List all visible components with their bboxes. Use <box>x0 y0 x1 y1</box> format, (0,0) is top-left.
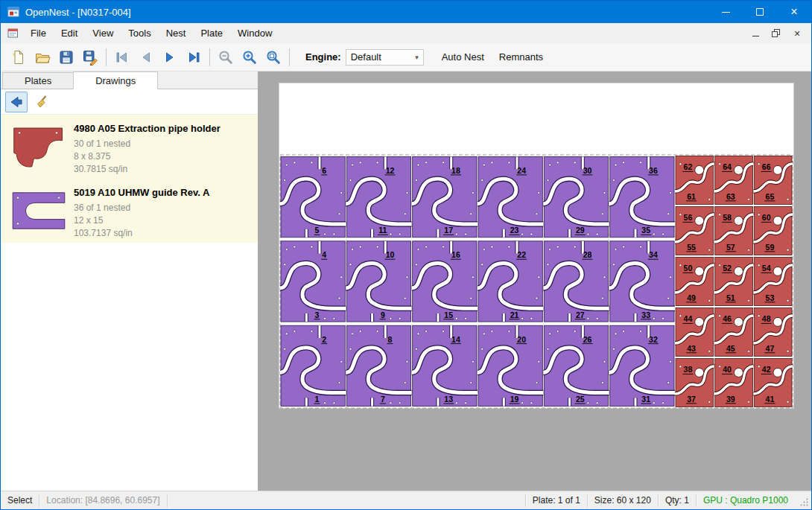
engine-select[interactable]: Default ▾ <box>346 49 424 66</box>
svg-text:57: 57 <box>726 243 735 252</box>
svg-text:41: 41 <box>766 395 775 404</box>
last-arrow-icon <box>185 49 202 66</box>
zoom-in-button[interactable] <box>238 46 261 68</box>
status-qty: Qty: 1 <box>659 495 696 506</box>
status-gpu: GPU : Quadro P1000 <box>697 495 795 506</box>
window-title: OpenNest - [N0317-004] <box>25 7 131 18</box>
tool-bar: Engine: Default ▾ Auto Nest Remnants <box>1 43 811 71</box>
svg-text:45: 45 <box>726 344 735 353</box>
menu-edit[interactable]: Edit <box>54 23 85 43</box>
svg-text:62: 62 <box>684 162 693 171</box>
part-nested-count: 36 of 1 nested <box>74 202 209 214</box>
app-icon <box>7 6 19 18</box>
title-bar[interactable]: OpenNest - [N0317-004] × <box>1 1 811 23</box>
svg-text:6: 6 <box>322 166 326 175</box>
part-area: 103.7137 sq/in <box>74 227 209 240</box>
svg-text:1: 1 <box>315 395 320 404</box>
blue-arrow-left-icon <box>8 94 25 110</box>
menu-plate[interactable]: Plate <box>193 23 230 43</box>
close-button[interactable]: × <box>777 1 811 23</box>
minimize-button[interactable] <box>708 1 743 23</box>
svg-text:35: 35 <box>641 226 650 235</box>
svg-text:33: 33 <box>641 310 650 319</box>
tab-plates[interactable]: Plates <box>2 72 74 89</box>
svg-text:8: 8 <box>388 335 393 344</box>
svg-text:4: 4 <box>322 250 326 259</box>
mdi-close-button[interactable]: × <box>789 26 805 41</box>
svg-text:60: 60 <box>762 213 771 222</box>
minimize-icon <box>722 12 730 13</box>
svg-text:44: 44 <box>684 314 693 323</box>
document-icon <box>7 28 19 39</box>
zoom-out-icon <box>218 49 234 66</box>
app-window: OpenNest - [N0317-004] × File Edit View … <box>0 0 812 510</box>
maximize-button[interactable] <box>743 1 777 23</box>
svg-text:11: 11 <box>378 226 387 235</box>
part-nested-count: 30 of 1 nested <box>74 138 221 150</box>
resize-grip[interactable] <box>799 497 809 507</box>
svg-text:61: 61 <box>687 192 696 201</box>
svg-text:14: 14 <box>451 335 460 344</box>
menu-file[interactable]: File <box>23 23 54 43</box>
sidebar-empty-area <box>1 243 258 491</box>
svg-text:9: 9 <box>381 310 385 319</box>
remnants-button[interactable]: Remnants <box>492 47 551 68</box>
svg-text:31: 31 <box>641 395 650 404</box>
auto-nest-button[interactable]: Auto Nest <box>434 47 492 68</box>
save-icon <box>58 49 74 66</box>
menu-window[interactable]: Window <box>230 23 279 43</box>
mdi-minimize-button[interactable] <box>747 26 764 41</box>
menu-view[interactable]: View <box>85 23 121 43</box>
zoom-fit-button[interactable] <box>261 46 285 68</box>
menu-tools[interactable]: Tools <box>121 23 158 43</box>
svg-text:63: 63 <box>726 192 735 201</box>
svg-text:38: 38 <box>684 365 693 374</box>
drawings-list: 4980 A05 Extraction pipe holder 30 of 1 … <box>1 115 258 243</box>
last-plate-button[interactable] <box>182 46 206 68</box>
menu-nest[interactable]: Nest <box>159 23 194 43</box>
svg-text:29: 29 <box>576 226 585 235</box>
status-location: Location: [84.8696, 60.6957] <box>39 495 166 506</box>
save-as-button[interactable] <box>78 46 102 68</box>
svg-text:48: 48 <box>762 314 771 323</box>
part-title: 4980 A05 Extraction pipe holder <box>74 123 221 134</box>
new-button[interactable] <box>7 46 31 68</box>
svg-text:23: 23 <box>510 226 519 235</box>
status-bar: Select Location: [84.8696, 60.6957] Plat… <box>1 491 811 509</box>
svg-text:43: 43 <box>687 344 696 353</box>
plate-sheet[interactable]: 6512111817242330293635431091615222128273… <box>279 83 794 409</box>
mdi-restore-button[interactable] <box>768 26 784 41</box>
svg-text:50: 50 <box>684 264 693 272</box>
sidebar-toolbar <box>1 89 258 115</box>
svg-text:10: 10 <box>386 250 395 259</box>
zoom-in-icon <box>241 49 258 66</box>
zoom-out-button[interactable] <box>214 46 238 68</box>
first-plate-button[interactable] <box>110 46 134 68</box>
nest-canvas[interactable]: 6512111817242330293635431091615222128273… <box>258 71 811 491</box>
toolbar-separator <box>209 48 210 66</box>
previous-arrow-icon <box>138 49 154 66</box>
svg-text:34: 34 <box>649 250 658 259</box>
list-item[interactable]: 4980 A05 Extraction pipe holder 30 of 1 … <box>1 115 258 179</box>
tab-drawings[interactable]: Drawings <box>73 71 158 89</box>
svg-text:36: 36 <box>649 166 658 175</box>
svg-text:59: 59 <box>766 243 775 252</box>
previous-plate-button[interactable] <box>134 46 158 68</box>
part-size: 12 x 15 <box>74 214 209 227</box>
part-title: 5019 A10 UHMW guide Rev. A <box>74 187 209 198</box>
next-plate-button[interactable] <box>158 46 182 68</box>
send-to-plates-button[interactable] <box>5 92 28 112</box>
open-button[interactable] <box>31 46 54 68</box>
broom-icon <box>35 94 51 110</box>
svg-text:7: 7 <box>381 395 385 404</box>
list-item[interactable]: 5019 A10 UHMW guide Rev. A 36 of 1 neste… <box>1 179 258 243</box>
engine-label: Engine: <box>305 51 341 63</box>
svg-text:55: 55 <box>687 243 696 252</box>
svg-text:28: 28 <box>583 250 592 259</box>
svg-text:18: 18 <box>451 166 460 175</box>
status-plate: Plate: 1 of 1 <box>526 495 587 506</box>
save-button[interactable] <box>54 46 78 68</box>
clear-button[interactable] <box>32 92 54 112</box>
restore-icon <box>772 29 781 38</box>
svg-text:12: 12 <box>386 166 395 175</box>
